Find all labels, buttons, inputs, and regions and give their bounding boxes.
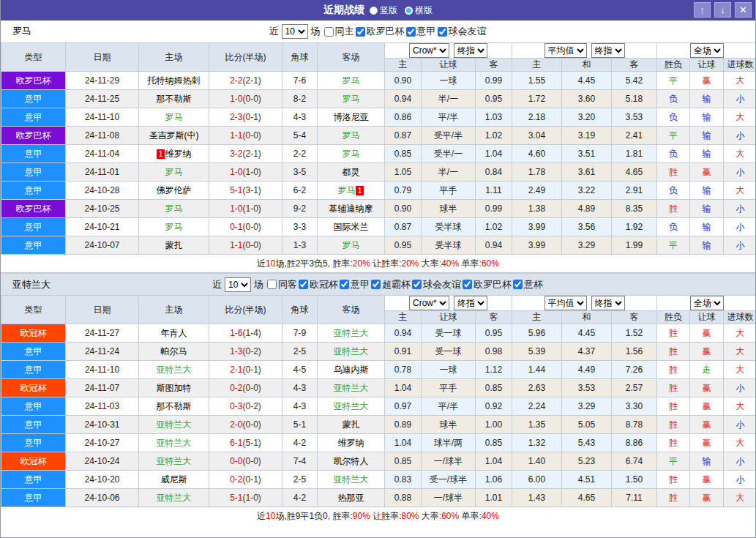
- fullmatch-select-group: 全场: [657, 43, 756, 59]
- checkbox-input[interactable]: [356, 27, 365, 37]
- halftime-score: (0-1): [243, 112, 261, 122]
- col-res-goals: 进球数: [724, 59, 756, 72]
- team-link[interactable]: 那不勒斯: [157, 94, 192, 104]
- team-link[interactable]: 亚特兰大: [157, 419, 192, 430]
- filter-checkbox[interactable]: 意杯: [512, 278, 543, 291]
- team-link[interactable]: 罗马: [343, 75, 360, 86]
- team-link[interactable]: 维罗纳: [338, 438, 364, 448]
- team-link[interactable]: 博洛尼亚: [334, 112, 369, 122]
- final-index-select[interactable]: 终指: [454, 43, 487, 58]
- team-link[interactable]: 亚特兰大: [157, 438, 192, 448]
- filter-checkbox[interactable]: 欧罗巴杯: [355, 25, 405, 38]
- team-link[interactable]: 亚特兰大: [334, 346, 369, 356]
- team-link[interactable]: 热那亚: [338, 493, 364, 503]
- team-link[interactable]: 罗马: [337, 185, 355, 195]
- avg-draw: 3.22: [562, 182, 612, 200]
- radio-selected-icon: [370, 7, 378, 15]
- checkbox-input[interactable]: [406, 27, 416, 37]
- league-type-cell: 意甲: [1, 108, 66, 127]
- team-link[interactable]: 帕尔马: [161, 346, 187, 356]
- filter-checkbox[interactable]: 同客: [266, 278, 297, 291]
- team-link[interactable]: 佛罗伦萨: [157, 185, 192, 195]
- close-button[interactable]: ✕: [735, 2, 752, 18]
- team-link[interactable]: 亚特兰大: [157, 365, 192, 375]
- checkbox-input[interactable]: [412, 280, 422, 289]
- team-link[interactable]: 罗马: [165, 167, 183, 177]
- team-link[interactable]: 蒙扎: [343, 419, 360, 430]
- team-link[interactable]: 凯尔特人: [334, 456, 369, 466]
- vertical-layout-radio[interactable]: 竖版: [370, 4, 397, 17]
- team-link[interactable]: 亚特兰大: [334, 328, 369, 338]
- team-link[interactable]: 威尼斯: [161, 474, 187, 485]
- scroll-down-button[interactable]: ↓: [714, 2, 731, 18]
- bookmaker-select[interactable]: Crow*: [409, 296, 449, 310]
- checkbox-input[interactable]: [299, 280, 308, 289]
- team-link[interactable]: 都灵: [343, 167, 360, 177]
- team-link[interactable]: 亚特兰大: [334, 474, 369, 485]
- bookmaker-select[interactable]: Crow*: [409, 43, 449, 58]
- filter-checkbox[interactable]: 超霸杯: [370, 278, 411, 291]
- team-link[interactable]: 乌迪内斯: [334, 365, 369, 375]
- team-link[interactable]: 圣吉罗斯(中): [149, 130, 199, 141]
- final-index-select[interactable]: 终指: [454, 296, 487, 310]
- final-index-select-2[interactable]: 终指: [591, 296, 625, 310]
- team-link[interactable]: 那不勒斯: [157, 401, 192, 411]
- team-link[interactable]: 亚特兰大: [334, 383, 369, 393]
- team-link[interactable]: 罗马: [343, 130, 360, 141]
- filter-checkbox[interactable]: 意甲: [339, 278, 370, 291]
- team-link[interactable]: 罗马: [343, 94, 360, 104]
- team-link[interactable]: 罗马: [165, 222, 183, 232]
- checkbox-input[interactable]: [340, 280, 349, 289]
- checkbox-input[interactable]: [513, 280, 523, 289]
- result-winloss-value: 胜: [669, 203, 678, 214]
- checkbox-input[interactable]: [267, 280, 277, 289]
- team-link[interactable]: 年青人: [161, 328, 187, 338]
- team-link[interactable]: 罗马: [165, 112, 183, 122]
- filter-checkbox[interactable]: 球会友谊: [411, 278, 461, 291]
- full-match-select[interactable]: 全场: [690, 296, 724, 310]
- filter-checkbox[interactable]: 欧罗巴杯: [462, 278, 512, 291]
- team-link[interactable]: 亚特兰大: [157, 456, 192, 466]
- average-select[interactable]: 平均值: [544, 43, 587, 58]
- team-link[interactable]: 罗马: [165, 203, 183, 214]
- team-link[interactable]: 罗马: [343, 149, 360, 159]
- team-link[interactable]: 亚特兰大: [157, 493, 192, 503]
- average-select[interactable]: 平均值: [544, 296, 587, 310]
- score-cell: 0-1(0-0): [209, 218, 282, 236]
- avg-home: 2.49: [512, 182, 562, 200]
- result-winloss: 平: [657, 236, 690, 255]
- score-cell: 1-0(1-0): [209, 200, 282, 218]
- filter-checkbox[interactable]: 欧冠杯: [298, 278, 338, 291]
- team-link[interactable]: 托特纳姆热刺: [148, 75, 201, 86]
- horizontal-layout-radio[interactable]: 横版: [405, 4, 433, 17]
- avg-away: 6.74: [612, 452, 657, 471]
- full-match-select[interactable]: 全场: [690, 43, 724, 58]
- bookmaker-select-group: Crow*终指: [385, 43, 512, 59]
- team-link[interactable]: 基辅迪纳摩: [329, 203, 373, 214]
- match-date: 24-11-25: [66, 90, 139, 108]
- team-link[interactable]: 国际米兰: [334, 222, 369, 232]
- team-link[interactable]: 斯图加特: [157, 383, 192, 393]
- checkbox-input[interactable]: [371, 280, 381, 289]
- odds-away: 1.04: [476, 145, 512, 163]
- filter-checkbox[interactable]: 意甲: [405, 25, 436, 38]
- recent-games-select[interactable]: 10: [282, 24, 308, 39]
- team-link[interactable]: 蒙扎: [165, 240, 183, 250]
- result-goals-value: 小: [736, 383, 745, 393]
- recent-games-select[interactable]: 10: [225, 277, 251, 292]
- filter-checkbox[interactable]: 同主: [323, 25, 354, 38]
- filter-checkbox[interactable]: 球会友谊: [437, 25, 487, 38]
- checkbox-input[interactable]: [324, 27, 334, 37]
- avg-away: 3.30: [612, 397, 657, 416]
- filter-label: 球会友谊: [423, 278, 461, 291]
- team-link[interactable]: 罗马: [343, 240, 360, 250]
- fulltime-score: 5-1: [230, 493, 242, 503]
- team-link[interactable]: 维罗纳: [165, 149, 192, 159]
- final-index-select-2[interactable]: 终指: [591, 43, 625, 58]
- team-link[interactable]: 亚特兰大: [334, 401, 369, 411]
- result-winloss-value: 负: [669, 185, 678, 195]
- match-row: 意甲24-10-20威尼斯0-2(0-1)2-5亚特兰大0.83受一/球半1.0…: [1, 471, 756, 489]
- checkbox-input[interactable]: [438, 27, 447, 37]
- scroll-up-button[interactable]: ↑: [694, 2, 711, 18]
- checkbox-input[interactable]: [463, 280, 472, 289]
